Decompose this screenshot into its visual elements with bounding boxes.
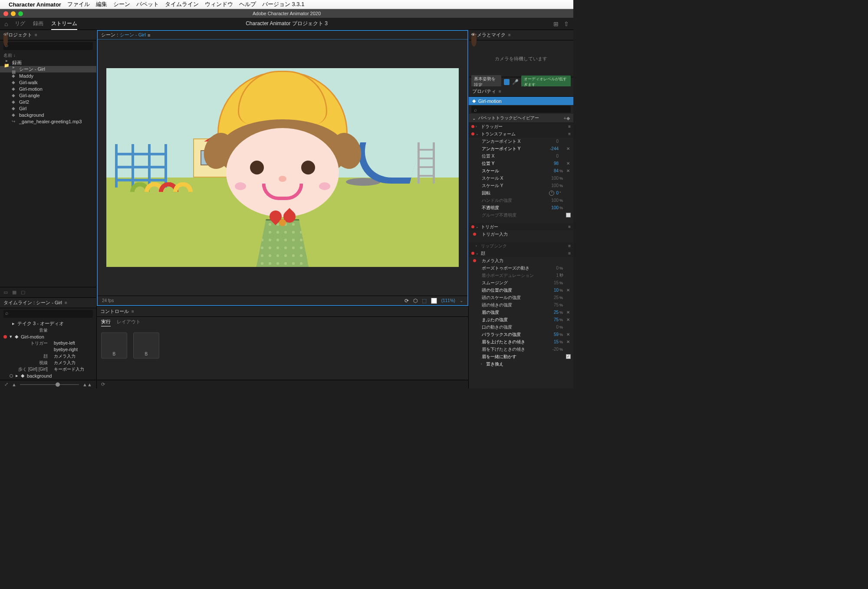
visibility-icon[interactable]: 👁 [3, 33, 8, 46]
property-value[interactable]: -20 [552, 347, 559, 352]
panel-menu-icon[interactable]: ≡ [65, 300, 67, 305]
property-value[interactable]: 15 [554, 339, 559, 344]
property-checkbox[interactable] [566, 213, 571, 217]
property-value[interactable]: 0 [556, 191, 559, 195]
behavior-row[interactable]: 👁 ⌄ 顔 ≡ [469, 250, 573, 257]
project-item[interactable]: ◆ Girl-walk [0, 79, 96, 86]
project-sort-header[interactable]: 名前 ↓ [0, 52, 96, 59]
property-value[interactable]: 0 [556, 154, 559, 158]
reset-icon[interactable]: ✕ [566, 146, 571, 151]
project-item[interactable]: ◆ background [0, 112, 96, 118]
timeline-prop-row[interactable]: 👁 顔 カメラ入力 [0, 353, 96, 359]
expand-icon[interactable]: › [476, 125, 480, 128]
property-row[interactable]: 最小ポーズデュレーション1秒 [469, 272, 573, 279]
menu-item[interactable]: ウィンドウ [205, 1, 233, 7]
properties-search-input[interactable] [471, 106, 571, 113]
property-value[interactable]: 25 [554, 310, 559, 315]
record-arm-icon[interactable] [3, 335, 7, 339]
timeline-layer-row[interactable]: 👁 ▾◆ Girl-motion [0, 333, 96, 340]
property-row[interactable]: 不透明度100% [469, 204, 573, 211]
property-value[interactable]: 10 [554, 288, 559, 293]
property-row[interactable]: 眉の強度25%✕ [469, 309, 573, 316]
refresh-icon[interactable]: ⟳ [404, 298, 409, 304]
behavior-row[interactable]: 👁 ⌄ トリガー ≡ [469, 223, 573, 230]
refresh-icon[interactable]: ⟳ [101, 382, 105, 387]
property-row[interactable]: 位置 Y98✕ [469, 160, 573, 167]
zoom-level[interactable]: (111%) [441, 298, 455, 303]
mic-icon[interactable]: 🎤 [512, 79, 519, 85]
chevron-down-icon[interactable]: ⌄ [460, 298, 463, 303]
clock-icon[interactable] [549, 191, 554, 196]
menu-item[interactable]: タイムライン [165, 1, 199, 7]
property-value[interactable]: 84 [554, 168, 559, 173]
timeline-prop-row[interactable]: トリガー byebye-left [0, 340, 96, 346]
property-row[interactable]: スムージング15% [469, 279, 573, 286]
camera-icon[interactable]: ▦ [12, 290, 16, 295]
panel-menu-icon[interactable]: ≡ [132, 309, 134, 314]
menu-item[interactable]: 編集 [96, 1, 107, 7]
property-row[interactable]: アンカーポイント X0 [469, 138, 573, 145]
reset-icon[interactable]: ✕ [566, 310, 571, 315]
project-item[interactable]: ↪ _game_healer-greeting1.mp3 [0, 118, 96, 125]
panel-menu-icon[interactable]: ≡ [148, 33, 150, 38]
add-behavior-icon[interactable]: +◆ [564, 115, 570, 121]
property-row[interactable]: 眉を一緒に動かす✓ [469, 353, 573, 360]
record-arm-icon[interactable] [473, 259, 477, 262]
property-row[interactable]: アンカーポイント Y-244✕ [469, 145, 573, 152]
new-item-icon[interactable]: ▢ [21, 290, 25, 295]
project-item[interactable]: ◆ Girl2 [0, 99, 96, 105]
menu-item[interactable]: パペット [136, 1, 159, 7]
timeline-search-input[interactable] [3, 310, 93, 318]
timeline-take-row[interactable]: 🔊 ▸ テイク 3 - オーディオ [0, 320, 96, 327]
app-name[interactable]: Character Animator [9, 1, 61, 8]
property-value[interactable]: 0 [556, 139, 559, 144]
behavior-row[interactable]: 👁 › ドラッガー ≡ [469, 123, 573, 130]
menu-item[interactable]: ファイル [67, 1, 90, 7]
reset-icon[interactable]: ✕ [566, 288, 571, 293]
workspace-tab[interactable]: 録画 [33, 20, 43, 29]
project-search-input[interactable] [3, 42, 93, 50]
home-icon[interactable]: ⌂ [4, 20, 8, 27]
record-arm-icon[interactable] [471, 125, 476, 128]
record-arm-icon[interactable] [3, 374, 7, 378]
reset-icon[interactable]: ✕ [566, 317, 571, 322]
property-value[interactable]: 100 [551, 205, 559, 210]
control-tile[interactable]: B [133, 332, 159, 359]
behavior-row[interactable]: › リップシンク ≡ [469, 242, 573, 250]
timeline-prop-row[interactable]: 👁 歩く [Girl] [Girl] キーボード入力 [0, 366, 96, 372]
property-row[interactable]: 口の動きの強度0% [469, 323, 573, 331]
timeline-layer-row[interactable]: 👁 ▸◆ background [0, 372, 96, 379]
property-value[interactable]: 75 [554, 303, 559, 307]
bound-icon[interactable]: ⬚ [422, 298, 427, 304]
menu-item[interactable]: バージョン 3.3.1 [262, 1, 305, 7]
property-row[interactable]: 位置 X0 [469, 152, 573, 160]
record-arm-icon[interactable] [471, 225, 476, 228]
record-arm-icon[interactable] [471, 132, 476, 135]
workspace-tab[interactable]: ストリーム [51, 20, 77, 30]
control-tile[interactable]: B [101, 332, 127, 359]
bg-color-swatch[interactable] [431, 298, 437, 304]
scene-tab-link[interactable]: シーン - Girl [120, 32, 146, 38]
property-value[interactable]: 0 [556, 266, 559, 270]
expand-icon[interactable]: › [481, 362, 485, 366]
controls-tab[interactable]: 実行 [101, 319, 111, 326]
panel-menu-icon[interactable]: ≡ [35, 33, 37, 37]
folder-icon[interactable]: ▭ [3, 290, 8, 295]
property-checkbox[interactable]: ✓ [566, 354, 571, 359]
zoom-window-icon[interactable] [18, 11, 23, 16]
share-icon[interactable]: ⇧ [564, 20, 569, 27]
reset-icon[interactable]: ✕ [566, 339, 571, 344]
project-item[interactable]: ◆ Girl-motion [0, 86, 96, 92]
menu-item[interactable]: シーン [113, 1, 130, 7]
webcam-icon[interactable] [504, 79, 510, 85]
scene-tab[interactable]: シーン : シーン - Girl ≡ [98, 31, 467, 39]
property-row[interactable]: 回転0° [469, 189, 573, 197]
timeline-prop-row[interactable]: byebye-right [0, 346, 96, 353]
timeline-zoom-slider[interactable]: ⤢ ▲ ▲▲ [0, 380, 96, 388]
property-row[interactable]: 眉を上げたときの傾き15%✕ [469, 338, 573, 346]
reset-icon[interactable]: ✕ [566, 332, 571, 337]
record-arm-icon[interactable] [471, 252, 476, 255]
menu-item[interactable]: ヘルプ [239, 1, 256, 7]
property-value[interactable]: 98 [554, 161, 559, 166]
property-value[interactable]: 0 [556, 325, 559, 329]
